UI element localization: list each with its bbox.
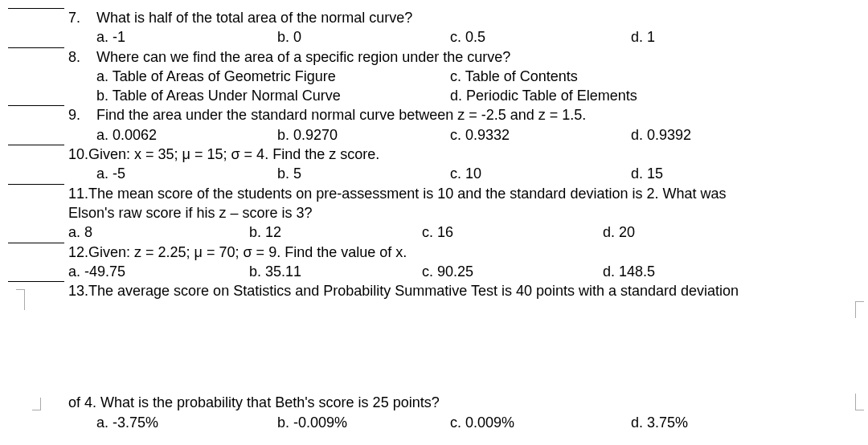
q11-number: 11. [68, 184, 88, 203]
q10-option-c: c. 10 [450, 164, 631, 183]
q7-number: 7. [68, 8, 96, 27]
q7-option-a: a. -1 [96, 27, 277, 47]
answer-blank-8[interactable] [8, 47, 64, 48]
q11-text-cont: Elson's raw score if his z – score is 3? [68, 203, 860, 222]
q13-text-cont: of 4. What is the probability that Beth'… [68, 393, 860, 412]
q9-number: 9. [68, 105, 96, 125]
answer-blank-7[interactable] [8, 8, 64, 9]
q12-option-a: a. -49.75 [68, 262, 249, 281]
q7-text: What is half of the total area of the no… [96, 8, 412, 27]
q11-option-c: c. 16 [422, 222, 603, 242]
answer-blank-9[interactable] [8, 105, 64, 106]
q12-option-c: c. 90.25 [422, 262, 603, 281]
q9-option-a: a. 0.0062 [96, 125, 277, 145]
q8-number: 8. [68, 47, 96, 67]
q12-option-b: b. 35.11 [249, 262, 422, 281]
q7-option-c: c. 0.5 [450, 27, 631, 47]
q9-option-b: b. 0.9270 [277, 125, 450, 145]
q9-option-d: d. 0.9392 [631, 125, 691, 145]
q11-option-a: a. 8 [68, 222, 249, 242]
q11-option-d: d. 20 [603, 222, 635, 242]
q13-number: 13. [68, 281, 88, 300]
q10-option-b: b. 5 [277, 164, 450, 183]
q8-text: Where can we find the area of a specific… [96, 47, 510, 67]
q10-option-d: d. 15 [631, 164, 663, 183]
crop-mark-icon [16, 289, 25, 310]
q13-option-a: a. -3.75% [96, 413, 277, 432]
q13-option-c: c. 0.009% [450, 413, 631, 432]
q11-option-b: b. 12 [249, 222, 422, 242]
crop-mark-icon [855, 301, 864, 318]
q12-text: Given: z = 2.25; μ = 70; σ = 9. Find the… [88, 243, 407, 262]
q10-option-a: a. -5 [96, 164, 277, 183]
crop-mark-icon [32, 398, 41, 410]
q7-option-b: b. 0 [277, 27, 450, 47]
q8-option-b: b. Table of Areas Under Normal Curve [96, 86, 450, 105]
q11-text: The mean score of the students on pre-as… [88, 184, 726, 203]
q7-option-d: d. 1 [631, 27, 655, 47]
q8-option-d: d. Periodic Table of Elements [450, 86, 637, 105]
q13-option-d: d. 3.75% [631, 413, 688, 432]
crop-mark-icon [855, 394, 864, 410]
answer-blank-12[interactable] [8, 243, 64, 243]
answer-blank-11[interactable] [8, 184, 64, 185]
answer-blank-13[interactable] [8, 281, 64, 282]
q9-text: Find the area under the standard normal … [96, 105, 586, 125]
q10-text: Given: x = 35; μ = 15; σ = 4. Find the z… [88, 145, 379, 164]
q10-number: 10. [68, 145, 88, 164]
q12-number: 12. [68, 243, 88, 262]
q13-option-b: b. -0.009% [277, 413, 450, 432]
answer-blank-10[interactable] [8, 145, 64, 145]
q8-option-a: a. Table of Areas of Geometric Figure [96, 67, 450, 86]
q9-option-c: c. 0.9332 [450, 125, 631, 145]
q13-text: The average score on Statistics and Prob… [88, 281, 739, 300]
q12-option-d: d. 148.5 [603, 262, 655, 281]
q8-option-c: c. Table of Contents [450, 67, 637, 86]
